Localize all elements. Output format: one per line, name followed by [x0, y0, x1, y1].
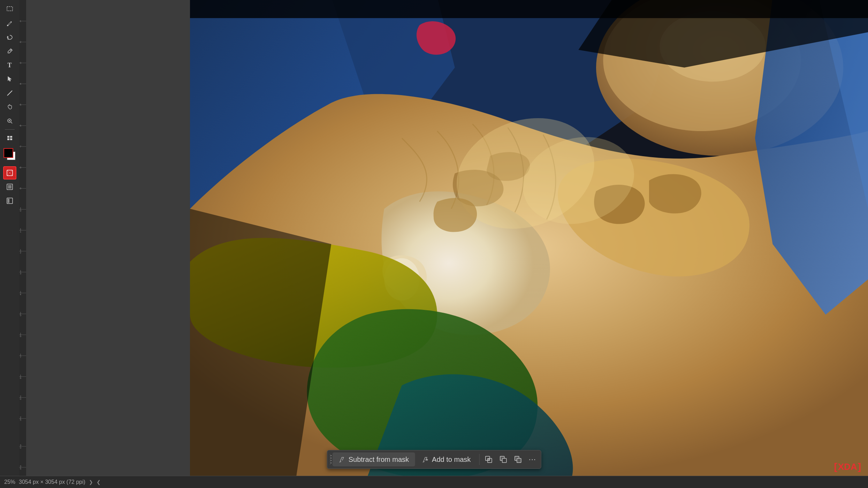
intersect-tool-button[interactable] [481, 452, 495, 466]
svg-line-4 [7, 91, 12, 96]
add-to-mask-button[interactable]: Add to mask [416, 452, 477, 466]
color-swatches [2, 147, 17, 164]
text-tool[interactable]: T [3, 59, 16, 72]
left-toolbar: T [0, 0, 19, 488]
canvas-area [26, 0, 868, 476]
svg-point-30 [330, 463, 332, 464]
next-arrow[interactable]: ❯ [89, 479, 93, 485]
svg-line-32 [423, 462, 425, 462]
toolbar-left-handle [330, 454, 330, 465]
svg-rect-12 [10, 138, 12, 140]
xda-bracket-left: [ [834, 461, 837, 472]
svg-point-28 [330, 458, 332, 459]
line-tool[interactable] [3, 86, 16, 100]
add-to-mask-label: Add to mask [432, 456, 471, 464]
svg-point-27 [330, 455, 332, 456]
svg-rect-11 [7, 138, 9, 140]
toolbar-divider-1 [479, 454, 479, 465]
subtract-from-mask-label: Subtract from mask [349, 456, 409, 464]
mask-tool-1[interactable] [3, 166, 16, 180]
pointer-tool[interactable] [3, 73, 16, 86]
toolbar-separator-1 [5, 129, 15, 130]
svg-line-31 [340, 462, 341, 462]
zoom-level: 25% [4, 479, 15, 485]
lasso-tool[interactable] [3, 31, 16, 44]
image-dimensions: 3054 px × 3054 px (72 ppi) [19, 479, 85, 485]
brush-tool[interactable] [3, 17, 16, 30]
selection-tool[interactable] [3, 3, 16, 16]
eyedropper-tool[interactable] [3, 45, 16, 58]
left-canvas-empty [26, 0, 190, 476]
foreground-color-swatch[interactable] [3, 148, 13, 158]
subtract-from-mask-button[interactable]: Subtract from mask [333, 452, 415, 466]
more-tools[interactable] [3, 131, 16, 145]
prev-arrow[interactable]: ❮ [97, 479, 101, 485]
svg-line-3 [10, 49, 12, 51]
xda-text: XDA [838, 462, 857, 472]
more-options-icon: ··· [529, 455, 536, 464]
more-options-button[interactable]: ··· [525, 452, 539, 466]
svg-rect-41 [517, 458, 521, 463]
svg-rect-37 [487, 458, 489, 460]
mask-tool-3[interactable] [3, 194, 16, 207]
add-shape-button[interactable] [511, 452, 525, 466]
xda-logo: [ XDA ] [834, 461, 861, 472]
svg-rect-15 [8, 185, 12, 189]
svg-rect-9 [7, 136, 9, 138]
hand-tool[interactable] [3, 100, 16, 114]
subtract-shape-button[interactable] [496, 452, 510, 466]
floating-toolbar: Subtract from mask Add to mask ··· [327, 450, 541, 469]
svg-rect-17 [8, 199, 9, 203]
svg-line-6 [11, 122, 12, 123]
svg-rect-0 [7, 7, 13, 11]
svg-point-29 [330, 460, 332, 461]
cat-image [190, 0, 868, 476]
ruler-left: 1 2 3 4 5 6 7 8 9 10 11 12 13 14 15 16 1… [19, 0, 26, 488]
mask-tool-2[interactable] [3, 180, 16, 193]
svg-point-1 [7, 25, 8, 26]
text-tool-icon: T [7, 62, 12, 69]
xda-bracket-right: ] [858, 461, 861, 472]
zoom-tool[interactable] [3, 114, 16, 128]
status-bar: 25% 3054 px × 3054 px (72 ppi) ❯ ❮ [0, 476, 868, 488]
svg-rect-10 [10, 136, 12, 138]
image-container [190, 0, 868, 476]
svg-rect-39 [502, 458, 506, 463]
